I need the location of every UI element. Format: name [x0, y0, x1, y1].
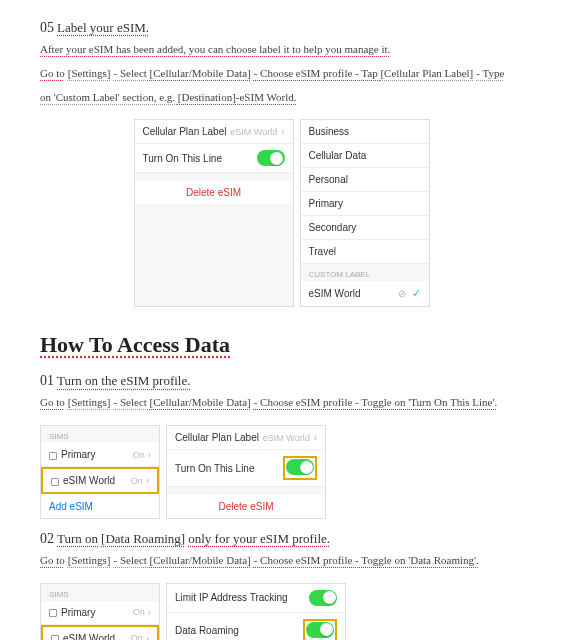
chevron-right-icon: › [281, 126, 284, 137]
sim-esim-world-row[interactable]: eSIM World On› [41, 467, 159, 494]
step05-settings: [Settings] [68, 67, 111, 79]
delete-esim-link[interactable]: Delete eSIM [167, 495, 325, 518]
step02-cellular: [Cellular/Mobile Data] [150, 554, 251, 566]
step01-select: - Select [114, 396, 150, 408]
label-option[interactable]: Personal [301, 168, 429, 192]
step02-title-c: only for your eSIM profile. [188, 531, 330, 546]
custom-label-value: eSIM World [309, 288, 361, 299]
sim-icon [49, 452, 57, 460]
opt-business: Business [309, 126, 350, 137]
shot02-right-panel: Limit IP Address Tracking Data Roaming C… [166, 583, 346, 640]
step05-line3a: on 'Custom Label' section, e.g. [40, 91, 178, 103]
add-esim-row[interactable]: Add eSIM [41, 494, 159, 518]
label-option[interactable]: Cellular Data [301, 144, 429, 168]
label-option[interactable]: Business [301, 120, 429, 144]
clear-icon[interactable]: ⊘ [398, 288, 406, 299]
opt-personal: Personal [309, 174, 348, 185]
turn-on-label: Turn On This Line [143, 153, 222, 164]
sim-icon [49, 609, 57, 617]
sim-esim-label: eSIM World [63, 633, 115, 640]
toggle-on-icon[interactable] [306, 622, 334, 638]
step02-title-a: Turn on [57, 531, 98, 546]
step02-settings: [Settings] [68, 554, 111, 566]
delete-esim-link[interactable]: Delete eSIM [135, 181, 293, 204]
sim-icon [51, 478, 59, 486]
step01-goto: Go to [40, 396, 65, 408]
checkmark-icon: ✓ [412, 287, 421, 300]
data-roaming-label: Data Roaming [175, 625, 239, 636]
toggle-on-icon[interactable] [257, 150, 285, 166]
limit-ip-row[interactable]: Limit IP Address Tracking [167, 584, 345, 613]
screenshot-02: SIMs Primary On› eSIM World On› Add eSIM… [40, 583, 523, 640]
turn-on-line-row[interactable]: Turn On This Line [135, 144, 293, 173]
cell-plan-value: eSIM World [263, 433, 310, 443]
shot05-left-panel: Cellular Plan Label eSIM World › Turn On… [134, 119, 294, 307]
sim-primary-row[interactable]: Primary On› [41, 443, 159, 467]
cell-plan-label-text: Cellular Plan Label [143, 126, 227, 137]
step05-title: Label your eSIM. [57, 20, 149, 35]
chevron-right-icon: › [314, 432, 317, 443]
label-option[interactable]: Secondary [301, 216, 429, 240]
step02-number: 02 [40, 531, 54, 546]
chevron-right-icon: › [148, 607, 151, 618]
step01-title: Turn on the eSIM profile. [57, 373, 191, 388]
sim-icon [51, 635, 59, 640]
step05-line1: After your eSIM has been added, you can … [40, 43, 390, 55]
chevron-right-icon: › [146, 475, 149, 486]
label-option[interactable]: Primary [301, 192, 429, 216]
on-text: On [133, 450, 145, 460]
toggle-on-icon[interactable] [309, 590, 337, 606]
cellular-plan-label-row[interactable]: Cellular Plan Label eSIM World › [135, 120, 293, 144]
shot02-left-panel: SIMs Primary On› eSIM World On› Add eSIM [40, 583, 160, 640]
step05-type: - Type [476, 67, 504, 79]
sim-primary-row[interactable]: Primary On› [41, 601, 159, 625]
step01-cellular: [Cellular/Mobile Data] [150, 396, 251, 408]
label-option[interactable]: Travel [301, 240, 429, 264]
data-roaming-row[interactable]: Data Roaming [167, 613, 345, 640]
screenshot-05: Cellular Plan Label eSIM World › Turn On… [40, 119, 523, 307]
sim-esim-world-row[interactable]: eSIM World On› [41, 625, 159, 640]
step01-rest: - Choose eSIM profile - Toggle on 'Turn … [254, 396, 497, 408]
step02-title-b: [Data Roaming] [101, 531, 185, 546]
step05-select: - Select [114, 67, 150, 79]
step05-line3b: [Destination]-eSIM World. [178, 91, 297, 103]
sim-esim-label: eSIM World [63, 475, 115, 486]
on-text: On [131, 476, 143, 486]
shot01-right-panel: Cellular Plan Label eSIM World› Turn On … [166, 425, 326, 519]
custom-label-header: CUSTOM LABEL [301, 264, 429, 281]
step02-rest: - Choose eSIM profile - Toggle on 'Data … [254, 554, 479, 566]
sims-header: SIMs [41, 584, 159, 601]
cell-plan-value: eSIM World [230, 127, 277, 137]
custom-label-row[interactable]: eSIM World ⊘ ✓ [301, 281, 429, 306]
opt-secondary: Secondary [309, 222, 357, 233]
step02-select: - Select [114, 554, 150, 566]
step05-plan-label: [Cellular Plan Label] [380, 67, 473, 79]
toggle-on-icon[interactable] [286, 459, 314, 475]
screenshot-01: SIMs Primary On› eSIM World On› Add eSIM… [40, 425, 523, 519]
step05-cellular: [Cellular/Mobile Data] [150, 67, 251, 79]
sims-header: SIMs [41, 426, 159, 443]
section-header-access-data: How To Access Data [40, 332, 523, 358]
chevron-right-icon: › [148, 449, 151, 460]
add-esim-link[interactable]: Add eSIM [49, 501, 93, 512]
cellular-plan-label-row[interactable]: Cellular Plan Label eSIM World› [167, 426, 325, 450]
on-text: On [131, 633, 143, 640]
turn-on-label: Turn On This Line [175, 463, 254, 474]
opt-primary: Primary [309, 198, 343, 209]
step01-number: 01 [40, 373, 54, 388]
cell-plan-label-text: Cellular Plan Label [175, 432, 259, 443]
sim-primary-label: Primary [61, 449, 95, 460]
on-text: On [133, 607, 145, 617]
step02-goto: Go to [40, 554, 65, 566]
step05-number: 05 [40, 20, 54, 35]
limit-ip-label: Limit IP Address Tracking [175, 592, 288, 603]
chevron-right-icon: › [146, 633, 149, 640]
shot05-right-panel: Business Cellular Data Personal Primary … [300, 119, 430, 307]
opt-cellular-data: Cellular Data [309, 150, 367, 161]
turn-on-line-row[interactable]: Turn On This Line [167, 450, 325, 487]
step05-choose: - Choose eSIM profile - Tap [254, 67, 381, 79]
sim-primary-label: Primary [61, 607, 95, 618]
step01-settings: [Settings] [68, 396, 111, 408]
step05-goto: Go to [40, 67, 65, 79]
shot01-left-panel: SIMs Primary On› eSIM World On› Add eSIM [40, 425, 160, 519]
